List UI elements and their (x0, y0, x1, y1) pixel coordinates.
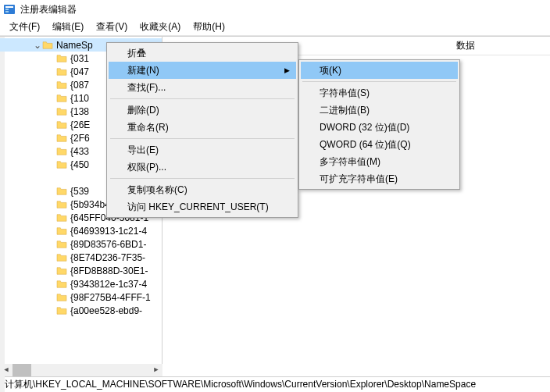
tree-label: NameSp (56, 40, 93, 51)
ctx-rename[interactable]: 重命名(R) (109, 119, 296, 136)
tree-label: {89D83576-6BD1- (70, 239, 146, 250)
ctx-new-multistring[interactable]: 多字符串值(M) (301, 153, 458, 170)
folder-icon (56, 187, 67, 196)
ctx-separator (302, 81, 456, 82)
ctx-new[interactable]: 新建(N)▶ (109, 62, 296, 79)
scroll-track[interactable] (31, 364, 150, 376)
menu-view[interactable]: 查看(V) (91, 19, 132, 35)
tree-label: {26E (70, 119, 90, 130)
folder-icon (56, 293, 67, 302)
folder-icon (42, 41, 53, 50)
tree-node[interactable]: {89D83576-6BD1- (0, 237, 162, 251)
context-menu: 折叠 新建(N)▶ 查找(F)... 删除(D) 重命名(R) 导出(E) 权限… (106, 42, 298, 218)
folder-icon (56, 160, 67, 169)
folder-icon (56, 107, 67, 116)
ctx-collapse[interactable]: 折叠 (109, 45, 296, 62)
ctx-goto-hkcu[interactable]: 访问 HKEY_CURRENT_USER(T) (109, 198, 296, 216)
tree-label: {539 (70, 186, 89, 197)
scroll-left-button[interactable]: ◄ (0, 364, 12, 376)
folder-icon (56, 306, 67, 315)
folder-icon (56, 80, 67, 90)
tree-node[interactable]: {8E74D236-7F35- (0, 251, 162, 264)
ctx-new-qword[interactable]: QWORD (64 位)值(Q) (301, 136, 458, 153)
menu-edit[interactable]: 编辑(E) (48, 19, 88, 35)
tree-label: {433 (70, 146, 89, 157)
folder-icon (56, 54, 67, 63)
folder-icon (56, 240, 67, 249)
folder-icon (56, 67, 67, 77)
tree-label: {2F6 (70, 133, 90, 144)
menu-help[interactable]: 帮助(H) (188, 19, 230, 35)
ctx-separator (110, 98, 295, 99)
tree-node[interactable]: {a00ee528-ebd9- (0, 304, 162, 317)
folder-icon (56, 147, 67, 156)
title-bar: 注册表编辑器 (0, 0, 550, 19)
ctx-export[interactable]: 导出(E) (109, 141, 296, 159)
folder-icon (56, 200, 67, 209)
tree-label: {8FD8B88D-30E1- (70, 265, 148, 276)
tree-label: {64693913-1c21-4 (70, 226, 147, 237)
app-title: 注册表编辑器 (20, 3, 77, 16)
app-icon (3, 3, 16, 16)
status-bar: 计算机\HKEY_LOCAL_MACHINE\SOFTWARE\Microsof… (0, 376, 550, 392)
menu-file[interactable]: 文件(F) (5, 19, 45, 35)
folder-icon (56, 134, 67, 143)
ctx-new-binary[interactable]: 二进制值(B) (301, 102, 458, 119)
folder-icon (56, 253, 67, 262)
ctx-permissions[interactable]: 权限(P)... (109, 159, 296, 176)
status-path: 计算机\HKEY_LOCAL_MACHINE\SOFTWARE\Microsof… (5, 378, 476, 391)
tree-label: {8E74D236-7F35- (70, 252, 145, 263)
ctx-separator (110, 138, 295, 139)
tree-label: {110 (70, 93, 89, 104)
ctx-new-key[interactable]: 项(K) (301, 62, 458, 79)
tree-label: {a00ee528-ebd9- (70, 305, 142, 316)
ctx-find[interactable]: 查找(F)... (109, 79, 296, 96)
tree-label: {138 (70, 106, 89, 117)
tree-label: {031 (70, 53, 89, 64)
context-submenu-new: 项(K) 字符串值(S) 二进制值(B) DWORD (32 位)值(D) QW… (298, 59, 460, 190)
tree-node[interactable]: {8FD8B88D-30E1- (0, 264, 162, 277)
folder-icon (56, 94, 67, 103)
tree-label: {047 (70, 66, 89, 77)
horizontal-scrollbar[interactable]: ◄ ► (0, 364, 162, 376)
tree-node[interactable]: {98F275B4-4FFF-1 (0, 290, 162, 304)
tree-label: {087 (70, 80, 89, 91)
scroll-right-button[interactable]: ► (150, 364, 162, 376)
menu-bar: 文件(F) 编辑(E) 查看(V) 收藏夹(A) 帮助(H) (0, 19, 550, 36)
folder-icon (56, 226, 67, 236)
ctx-new-string[interactable]: 字符串值(S) (301, 84, 458, 102)
collapse-icon[interactable]: ⌄ (33, 40, 42, 51)
col-data[interactable]: 数据 (381, 39, 550, 52)
tree-node[interactable]: {64693913-1c21-4 (0, 224, 162, 237)
folder-icon (56, 120, 67, 130)
menu-favorites[interactable]: 收藏夹(A) (135, 19, 185, 35)
submenu-arrow-icon: ▶ (284, 66, 290, 74)
tree-label: {450 (70, 159, 89, 170)
ctx-new-expandstring[interactable]: 可扩充字符串值(E) (301, 170, 458, 187)
scroll-thumb[interactable] (12, 364, 31, 376)
ctx-separator (110, 178, 295, 179)
tree-label: {98F275B4-4FFF-1 (70, 292, 151, 303)
folder-icon (56, 266, 67, 276)
ctx-new-dword[interactable]: DWORD (32 位)值(D) (301, 119, 458, 136)
tree-label: {9343812e-1c37-4 (70, 279, 147, 290)
folder-icon (56, 280, 67, 289)
folder-icon (56, 213, 67, 223)
tree-node[interactable]: {9343812e-1c37-4 (0, 277, 162, 290)
ctx-copy-key-name[interactable]: 复制项名称(C) (109, 181, 296, 198)
ctx-delete[interactable]: 删除(D) (109, 102, 296, 119)
